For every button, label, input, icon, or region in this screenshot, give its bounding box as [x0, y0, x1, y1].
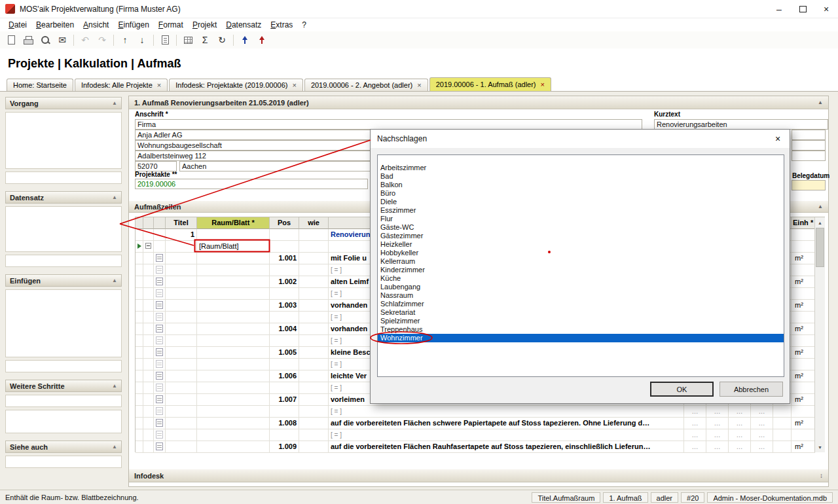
close-button[interactable]: × — [814, 0, 838, 18]
table-row[interactable]: 1.009 auf die vorbereiteten Flächen Rauh… — [136, 441, 815, 453]
sidebar-item-eigenschaften-datensatz[interactable] — [6, 207, 121, 218]
cell-pos[interactable]: 1.009 — [270, 441, 299, 453]
cell-pos[interactable]: 1.004 — [270, 323, 299, 335]
cell-wie[interactable] — [299, 276, 329, 288]
lookup-list-item[interactable]: Laubengang — [378, 283, 784, 291]
cell-raum-blatt[interactable] — [197, 406, 270, 418]
cell-raum-blatt[interactable] — [197, 359, 270, 370]
cell-titel[interactable] — [166, 312, 197, 323]
sidebar-item-weitere-funktionen-datensatz[interactable] — [6, 255, 121, 266]
redo-button[interactable]: ↷ — [94, 33, 111, 48]
cell-pos[interactable]: 1.006 — [270, 370, 299, 382]
cell-pos[interactable] — [270, 312, 299, 323]
cell-pos[interactable] — [270, 264, 299, 276]
cell-einh[interactable]: m² — [792, 347, 815, 359]
lookup-list-item[interactable]: Arbeitszimmer — [378, 164, 784, 172]
cell-pos[interactable]: 1.003 — [270, 300, 299, 312]
move-up-button[interactable]: ↑ — [117, 33, 134, 48]
menu-item[interactable]: Format — [154, 19, 188, 31]
sidebar-item-weitere[interactable] — [6, 361, 121, 372]
cell-einh[interactable] — [792, 406, 815, 418]
sidebar-item-raum-blatt[interactable] — [6, 301, 121, 312]
column-header-wie[interactable]: wie — [299, 217, 329, 229]
hidden-field-fragment[interactable] — [792, 140, 826, 151]
cell-raum-blatt[interactable]: [Raum/Blatt] — [197, 241, 270, 253]
lookup-list-item[interactable]: Esszimmer — [378, 206, 784, 215]
cell-n3[interactable]: … — [729, 429, 751, 441]
lookup-list-item[interactable]: Büro — [378, 189, 784, 198]
cell-pos[interactable] — [270, 359, 299, 370]
belegdatum-field[interactable] — [792, 180, 826, 190]
ok-button[interactable]: OK — [650, 382, 714, 397]
cell-einh[interactable] — [792, 312, 815, 323]
sidebar-item-nachschlagen[interactable] — [6, 218, 121, 229]
print-preview-button[interactable] — [37, 33, 54, 48]
dialog-close-button[interactable]: × — [766, 130, 790, 148]
cell-wie[interactable] — [299, 370, 329, 382]
cell-raum-blatt[interactable] — [197, 347, 270, 359]
cell-pos[interactable] — [270, 406, 299, 418]
lookup-list-item[interactable] — [378, 155, 784, 164]
lookup-list-item[interactable]: Treppenhaus — [378, 325, 784, 334]
menu-item[interactable]: Projekt — [188, 19, 221, 31]
lookup-list-item[interactable]: Kinderzimmer — [378, 266, 784, 274]
section-header-siehe-auch[interactable]: Siehe auch ▲ — [5, 441, 122, 453]
cancel-button[interactable]: Abbrechen — [720, 382, 783, 397]
cell-raum-blatt[interactable] — [197, 229, 270, 241]
cell-einh[interactable]: m² — [792, 394, 815, 406]
lookup-list-item[interactable]: Schlafzimmer — [378, 300, 784, 308]
scroll-thumb[interactable] — [816, 228, 824, 267]
sidebar-item-position-duplizieren[interactable] — [6, 229, 121, 240]
cell-n1[interactable]: … — [684, 441, 706, 453]
sidebar-item-weitere-funktionen-vorgang[interactable] — [6, 172, 121, 183]
cell-raum-blatt[interactable] — [197, 323, 270, 335]
cell-wie[interactable] — [299, 429, 329, 441]
cell-wie[interactable] — [299, 229, 329, 241]
cell-raum-blatt[interactable] — [197, 335, 270, 347]
lookup-list-item[interactable]: Heizkeller — [378, 240, 784, 249]
table-row[interactable]: [ = ] … … … … — [136, 406, 815, 418]
insert-row-blue-button[interactable] — [236, 33, 253, 48]
cell-wie[interactable] — [299, 359, 329, 370]
cell-einh[interactable] — [792, 335, 815, 347]
hidden-field-fragment[interactable] — [792, 130, 826, 140]
cell-wie[interactable] — [299, 335, 329, 347]
lookup-list-item[interactable]: Bad — [378, 172, 784, 181]
section-header-datensatz[interactable]: Datensatz ▲ — [5, 191, 122, 204]
cell-pos[interactable]: 1.005 — [270, 347, 299, 359]
scroll-down-button[interactable]: ▼ — [815, 442, 825, 452]
column-header-titel[interactable]: Titel — [166, 217, 197, 229]
sidebar-item-hinweistext[interactable] — [6, 323, 121, 334]
email-button[interactable]: ✉ — [54, 33, 71, 48]
cell-titel[interactable] — [166, 300, 197, 312]
sidebar-item-drucken-verbuchen[interactable] — [6, 135, 121, 146]
cell-titel[interactable] — [166, 335, 197, 347]
move-down-button[interactable]: ↓ — [134, 33, 151, 48]
cell-n2[interactable]: … — [706, 441, 729, 453]
cell-n5[interactable] — [773, 429, 792, 441]
tab-angebot[interactable]: 2019.00006 - 2. Angebot (adler)× — [304, 79, 428, 91]
cell-wie[interactable] — [299, 347, 329, 359]
lookup-list-item[interactable]: Gästezimmer — [378, 232, 784, 240]
cell-wie[interactable] — [299, 264, 329, 276]
cell-pos[interactable] — [270, 429, 299, 441]
lookup-list-item[interactable]: Gäste-WC — [378, 223, 784, 232]
section-header-vorgang[interactable]: Vorgang ▲ — [5, 97, 122, 109]
cell-raum-blatt[interactable] — [197, 441, 270, 453]
sidebar-item-aufmassposition[interactable] — [6, 312, 121, 323]
sidebar-item-freie-rechenzeile[interactable] — [6, 334, 121, 346]
cell-titel[interactable] — [166, 370, 197, 382]
lookup-list-item[interactable]: Diele — [378, 198, 784, 206]
tab-infodesk-alle-projekte[interactable]: Infodesk: Alle Projekte× — [75, 79, 168, 91]
cell-wie[interactable] — [299, 394, 329, 406]
cell-einh[interactable]: m² — [792, 323, 815, 335]
cell-titel[interactable] — [166, 253, 197, 264]
table-row[interactable]: 1.008 auf die vorbereiteten Flächen schw… — [136, 418, 815, 429]
tab-close-icon[interactable]: × — [292, 82, 296, 89]
insert-row-red-button[interactable] — [253, 33, 270, 48]
document-header[interactable]: 1. Aufmaß Renovierungsarbeiten 21.05.201… — [129, 96, 828, 109]
cell-n5[interactable] — [773, 418, 792, 429]
cell-titel[interactable] — [166, 241, 197, 253]
cell-raum-blatt[interactable] — [197, 253, 270, 264]
scroll-up-button[interactable]: ▲ — [815, 217, 825, 228]
